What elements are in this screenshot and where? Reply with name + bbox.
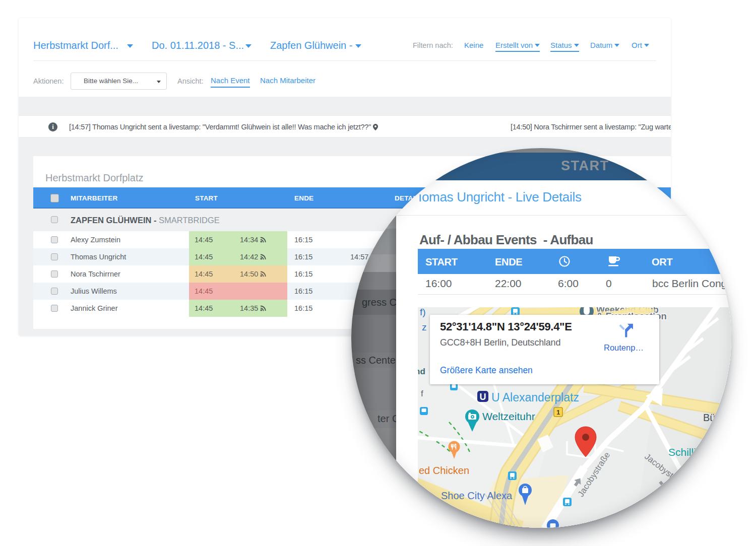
svg-text:Schillingstr.: Schillingstr. [668,446,722,458]
svg-text:Shoe City Alexa: Shoe City Alexa [441,490,513,501]
svg-text:U: U [480,392,486,402]
svg-text:f): f) [420,307,426,317]
svg-text:1: 1 [556,408,560,416]
svg-text:ed Chicken: ed Chicken [419,465,469,476]
svg-text:Büro: Büro [703,412,724,423]
svg-text:Weltzeituhr: Weltzeituhr [482,411,535,422]
svg-text:f: f [421,389,423,398]
svg-text:U Alexanderplatz: U Alexanderplatz [491,391,579,404]
svg-text:nd: nd [418,367,425,376]
svg-text:z: z [422,322,427,332]
